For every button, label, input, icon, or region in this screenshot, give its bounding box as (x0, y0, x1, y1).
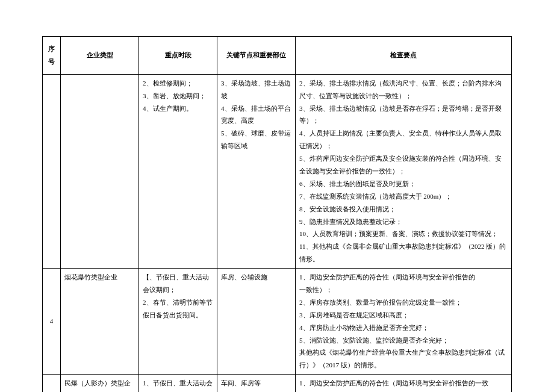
cell-period: 【、节假日、重大活动会议期间；2、春节、清明节前等节假日备货出货期间。 (139, 269, 217, 375)
inspection-table: 序号 企业类型 重点时段 关键节点和重要部位 检查要点 2、检维修期间；3、凿岩… (42, 36, 512, 392)
cell-period: 2、检维修期间；3、凿岩、放炮期间；4、试生产期间。 (139, 74, 217, 268)
cell-type (61, 74, 139, 268)
cell-seq: 4 (43, 269, 61, 375)
table-header-row: 序号 企业类型 重点时段 关键节点和重要部位 检查要点 (43, 37, 512, 75)
table-row: 4 烟花爆竹类型企业 【、节假日、重大活动会议期间；2、春节、清明节前等节假日备… (43, 269, 512, 375)
header-seq: 序号 (43, 37, 61, 75)
cell-checkpoints: 1、周边安全防护距离的符合性（周边环境与安全评价报告的一致性）；2、库房存放类别… (296, 269, 512, 375)
cell-type: 烟花爆竹类型企业 (61, 269, 139, 375)
table-row: 2、检维修期间；3、凿岩、放炮期间；4、试生产期间。 3、采场边坡、排土场边坡4… (43, 74, 512, 268)
cell-period: 1、节假日、重大活动会议期间；2、生产繁忙期。 (139, 375, 217, 392)
table-row: 5 民爆（人影办）类型企业 1、节假日、重大活动会议期间；2、生产繁忙期。 车间… (43, 375, 512, 392)
header-type: 企业类型 (61, 37, 139, 75)
cell-seq: 5 (43, 375, 61, 392)
cell-checkpoints: 1、周边安全防护距离的符合性（周边环境与安全评价报告的一致性）；2、定岗人数和岗… (296, 375, 512, 392)
header-keynode: 关键节点和重要部位 (217, 37, 296, 75)
cell-keynode: 车间、库房等 (217, 375, 296, 392)
cell-type: 民爆（人影办）类型企业 (61, 375, 139, 392)
header-period: 重点时段 (139, 37, 217, 75)
cell-checkpoints: 2、采场、排土场排水情况（截洪沟尺寸、位置、长度；台阶内排水沟尺寸、位置等与设施… (296, 74, 512, 268)
cell-keynode: 3、采场边坡、排土场边坡4、采场、排土场的平台宽度、高度5、破碎、球磨、皮带运输… (217, 74, 296, 268)
cell-seq (43, 74, 61, 268)
header-checkpoints: 检查要点 (296, 37, 512, 75)
cell-keynode: 库房、公辅设施 (217, 269, 296, 375)
